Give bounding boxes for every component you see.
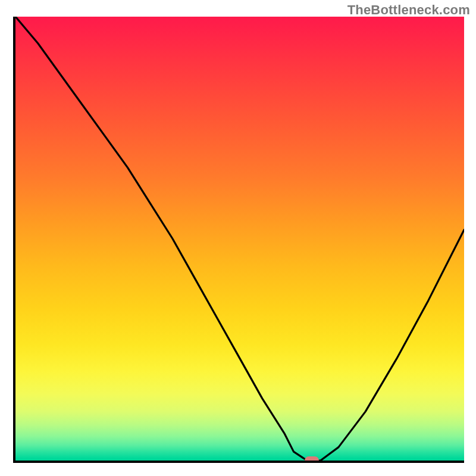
bottleneck-curve — [15, 17, 464, 461]
chart-frame: TheBottleneck.com — [0, 0, 476, 476]
plot-area — [13, 17, 464, 463]
watermark-text: TheBottleneck.com — [347, 2, 470, 18]
optimal-point-marker — [305, 456, 319, 463]
